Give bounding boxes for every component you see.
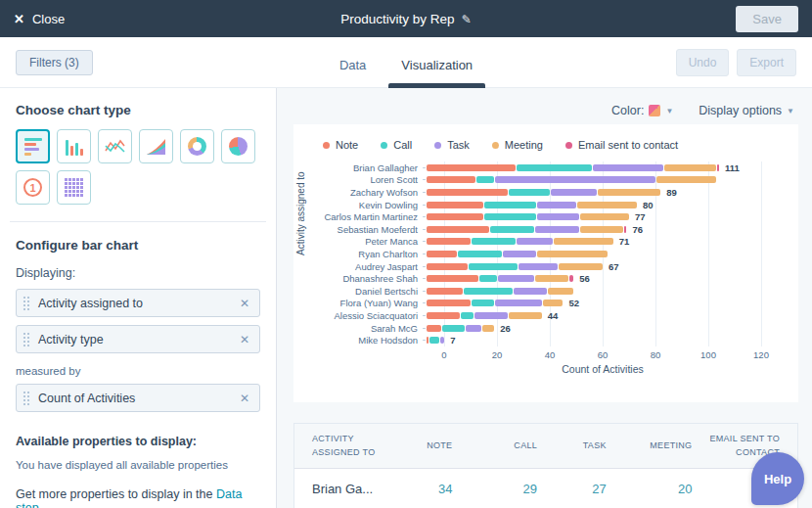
close-label: Close: [32, 12, 65, 26]
field-pill[interactable]: Count of Activities✕: [16, 384, 260, 412]
bar-total-label: 77: [635, 211, 646, 222]
legend-item[interactable]: Task: [434, 139, 470, 151]
bar-segment-call: [429, 337, 439, 344]
chevron-down-icon: ▼: [665, 107, 673, 115]
legend-dot-icon: [381, 142, 387, 149]
table-cell-value[interactable]: 34: [394, 482, 453, 496]
bar-segment-meeting: [664, 164, 716, 171]
bar-segment-note: [427, 325, 441, 332]
legend-label: Task: [447, 139, 470, 151]
bar-row: Mike Hodsdon7: [311, 334, 798, 346]
x-tick-label: 60: [598, 349, 609, 360]
help-button[interactable]: Help: [751, 452, 804, 505]
legend-dot-icon: [492, 142, 499, 149]
chart-type-summary-button[interactable]: 1: [16, 170, 50, 205]
bar-segment-task: [495, 176, 655, 183]
tab-visualization[interactable]: Visualization: [388, 58, 485, 88]
bar-segment-call: [442, 325, 465, 332]
undo-button[interactable]: Undo: [676, 49, 730, 76]
table-header-cell: Activity assigned to: [312, 433, 394, 458]
chart-type-horizontal-bar-button[interactable]: [16, 129, 50, 163]
dimension-field-list: Activity assigned to✕Activity type✕: [16, 289, 260, 353]
bar-segment-task: [440, 337, 444, 344]
field-pill[interactable]: Activity type✕: [16, 325, 260, 353]
bar-segment-call: [469, 263, 518, 270]
chart-type-line-button[interactable]: [98, 129, 132, 163]
legend-item[interactable]: Meeting: [492, 139, 543, 151]
table-body: Brian Ga...34292720Loren Sc...1976123: [294, 469, 797, 508]
drag-handle-icon[interactable]: [23, 391, 29, 405]
chevron-down-icon: ▼: [787, 107, 794, 115]
pivot-table-icon: [65, 178, 83, 197]
chart-type-pie-button[interactable]: [221, 129, 255, 163]
top-bar: ✕ Close Productivity by Rep✎ Save: [0, 0, 812, 37]
stacked-bar: 52: [427, 300, 798, 306]
bar-total-label: 56: [579, 273, 590, 284]
bar-segment-note: [427, 176, 475, 183]
chart-type-area-button[interactable]: [139, 129, 173, 163]
export-button[interactable]: Export: [737, 49, 796, 76]
legend-label: Note: [336, 139, 358, 151]
x-tick-label: 40: [545, 349, 556, 360]
x-tick-label: 80: [651, 349, 661, 360]
bar-row: Peter Manca71: [311, 236, 798, 249]
stacked-bar: 7: [427, 337, 798, 344]
stacked-bar: 67: [427, 263, 798, 270]
data-table: Activity assigned toNoteCallTaskMeetingE…: [293, 423, 798, 508]
chart-type-donut-button[interactable]: [180, 129, 214, 163]
category-label: Alessio Sciacquatori: [311, 310, 427, 321]
legend-label: Meeting: [505, 139, 543, 151]
bar-segment-note: [427, 202, 483, 208]
save-button[interactable]: Save: [736, 6, 798, 32]
bar-segment-call: [458, 251, 502, 257]
more-properties-prefix: Get more properties to display in the: [16, 487, 216, 501]
color-dropdown[interactable]: Color: ▼: [611, 104, 673, 117]
filters-button[interactable]: Filters (3): [16, 50, 93, 75]
remove-field-icon[interactable]: ✕: [240, 392, 249, 405]
category-label: Peter Manca: [311, 236, 427, 247]
bar-row: Brian Gallagher111: [311, 162, 798, 174]
drag-handle-icon[interactable]: [23, 296, 29, 310]
remove-field-icon[interactable]: ✕: [240, 333, 249, 346]
legend-item[interactable]: Call: [381, 139, 412, 151]
table-cell-value[interactable]: 27: [537, 482, 607, 496]
close-button[interactable]: ✕ Close: [14, 12, 65, 26]
drag-handle-icon[interactable]: [23, 332, 29, 346]
remove-field-icon[interactable]: ✕: [240, 297, 249, 310]
bar-segment-call: [517, 164, 592, 171]
bar-row: Dhanashree Shah56: [311, 272, 798, 285]
legend-dot-icon: [434, 142, 441, 149]
bar-segment-meeting: [509, 312, 542, 319]
bar-row: Daniel Bertschi: [311, 285, 798, 298]
donut-chart-icon: [188, 137, 206, 156]
bar-segment-meeting: [543, 300, 564, 306]
bar-segment-email-sent-to-contact: [569, 275, 573, 282]
bar-total-label: 111: [725, 162, 740, 173]
legend-item[interactable]: Note: [323, 139, 358, 151]
chart-type-pivot-table-button[interactable]: [57, 170, 91, 205]
tab-data[interactable]: Data: [327, 58, 379, 88]
summary-number-icon: 1: [23, 178, 42, 197]
bar-segment-call: [509, 189, 550, 196]
table-cell-value[interactable]: 29: [452, 482, 537, 496]
table-cell-value[interactable]: 20: [607, 482, 693, 496]
line-chart-icon: [105, 139, 125, 155]
table-header-cell: Meeting: [607, 439, 693, 452]
field-pill[interactable]: Activity assigned to✕: [16, 289, 260, 317]
edit-title-icon[interactable]: ✎: [462, 13, 472, 26]
display-options-dropdown[interactable]: Display options ▼: [699, 104, 794, 117]
bar-segment-call: [472, 238, 516, 245]
legend-dot-icon: [323, 142, 330, 149]
pie-chart-icon: [229, 137, 248, 156]
x-axis-ticks: 020406080100120: [444, 349, 798, 362]
chart-options-row: Color: ▼ Display options ▼: [293, 97, 798, 124]
bar-segment-meeting: [656, 176, 716, 183]
bar-total-label: 44: [548, 310, 559, 321]
bar-segment-call: [464, 288, 513, 295]
legend-item[interactable]: Email sent to contact: [565, 139, 678, 151]
chart-type-vertical-bar-button[interactable]: [57, 129, 91, 163]
available-properties-text: You have displayed all available propert…: [16, 459, 260, 471]
choose-chart-type-heading: Choose chart type: [16, 103, 260, 117]
bar-segment-task: [474, 312, 508, 319]
field-pill-label: Activity type: [38, 333, 240, 346]
